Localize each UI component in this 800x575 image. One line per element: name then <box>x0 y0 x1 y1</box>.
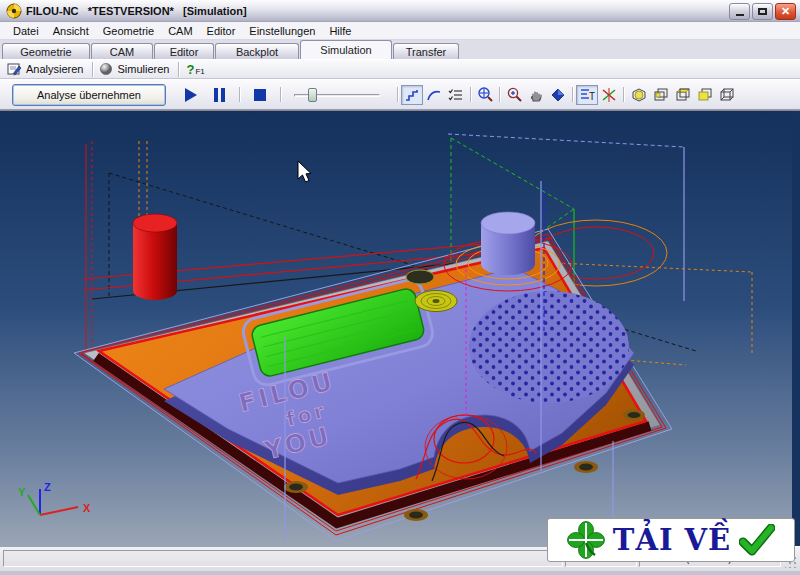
simulate-sphere-icon <box>99 62 113 76</box>
axis-x-label: X <box>83 502 91 514</box>
menubar: Datei Ansicht Geometrie CAM Editor Einst… <box>0 22 800 40</box>
pause-button[interactable] <box>208 85 230 105</box>
analyze-button[interactable]: Analysieren <box>4 61 89 77</box>
simulate-label: Simulieren <box>117 63 169 75</box>
separator <box>572 87 573 102</box>
separator <box>92 62 93 77</box>
separator <box>239 87 240 102</box>
tab-backplot[interactable]: Backplot <box>215 43 299 59</box>
zoom-in-icon <box>506 86 523 103</box>
axis-y-label: Y <box>18 486 26 498</box>
simulation-speed-slider[interactable] <box>294 86 380 104</box>
menu-geometrie[interactable]: Geometrie <box>96 23 161 39</box>
separator <box>623 87 624 102</box>
status-message-field <box>3 550 563 567</box>
svg-text:T: T <box>589 91 595 102</box>
help-button[interactable]: ? F1 <box>182 63 208 76</box>
iso-cube-icon <box>718 87 735 103</box>
wireframe-cube-icon <box>652 87 669 103</box>
menu-hilfe[interactable]: Hilfe <box>322 23 358 39</box>
front-face-cube-icon <box>696 87 713 103</box>
text-display-button[interactable]: T <box>576 85 598 105</box>
app-logo-icon <box>6 3 22 19</box>
shaded-view-icon <box>630 87 647 103</box>
tab-editor[interactable]: Editor <box>154 43 214 59</box>
watermark-label: TẢI VỀ <box>613 523 731 557</box>
slider-track <box>294 94 380 97</box>
zoom-fit-button[interactable] <box>474 85 496 105</box>
window-title: FILOU-NC *TESTVERSION* [Simulation] <box>26 5 729 17</box>
clover-icon <box>567 521 605 559</box>
options-list-button[interactable] <box>445 85 467 105</box>
play-button[interactable] <box>180 85 202 105</box>
tab-transfer[interactable]: Transfer <box>393 43 459 59</box>
view-toolbar: T <box>394 85 737 105</box>
simulate-button[interactable]: Simulieren <box>96 61 175 77</box>
tabstrip: Geometrie CAM Editor Backplot Simulation… <box>0 40 800 59</box>
analyze-icon <box>7 62 22 76</box>
step-line-icon <box>404 87 420 103</box>
menu-einstellungen[interactable]: Einstellungen <box>242 23 322 39</box>
view-front-button[interactable] <box>693 85 715 105</box>
view-iso-button[interactable] <box>715 85 737 105</box>
step-display-button[interactable] <box>401 85 423 105</box>
arc-icon <box>426 87 442 103</box>
red-tool-cylinder <box>133 214 177 300</box>
checkmark-icon <box>739 524 775 556</box>
pan-button[interactable] <box>525 85 547 105</box>
separator <box>397 87 398 102</box>
top-face-cube-icon <box>674 87 691 103</box>
viewport-canvas[interactable]: FILOU for YOU <box>0 111 792 547</box>
zoom-fit-icon <box>477 86 494 103</box>
app-window: FILOU-NC *TESTVERSION* [Simulation] ✕ Da… <box>0 0 800 575</box>
analyze-label: Analysieren <box>26 63 83 75</box>
zoom-in-button[interactable] <box>503 85 525 105</box>
tab-cam[interactable]: CAM <box>91 43 153 59</box>
close-button[interactable]: ✕ <box>775 3 796 20</box>
rotate-button[interactable] <box>547 85 569 105</box>
slider-thumb[interactable] <box>308 88 317 102</box>
menu-ansicht[interactable]: Ansicht <box>46 23 96 39</box>
text-lines-icon: T <box>579 87 595 103</box>
axis-z-label: Z <box>44 481 51 493</box>
checklist-icon <box>448 87 464 103</box>
menu-datei[interactable]: Datei <box>6 23 46 39</box>
stop-icon <box>254 89 266 101</box>
pan-hand-icon <box>528 87 544 103</box>
view-top-button[interactable] <box>671 85 693 105</box>
maximize-button[interactable] <box>752 3 773 20</box>
menu-cam[interactable]: CAM <box>161 23 199 39</box>
separator <box>280 87 281 102</box>
separator <box>470 87 471 102</box>
mode-toolbar: Analysieren Simulieren ? F1 <box>0 59 800 79</box>
menu-editor[interactable]: Editor <box>200 23 243 39</box>
titlebar: FILOU-NC *TESTVERSION* [Simulation] ✕ <box>0 0 800 22</box>
simulation-viewport[interactable]: FILOU for YOU <box>0 110 800 546</box>
help-icon: ? <box>186 63 194 76</box>
apply-analysis-button[interactable]: Analyse übernehmen <box>12 84 166 106</box>
drill-pattern-area <box>469 291 629 403</box>
arc-display-button[interactable] <box>423 85 445 105</box>
axis-cross-icon <box>601 87 617 103</box>
axes-cross-button[interactable] <box>598 85 620 105</box>
download-watermark: TẢI VỀ <box>547 518 795 562</box>
tab-simulation[interactable]: Simulation <box>300 40 392 59</box>
view-wire1-button[interactable] <box>649 85 671 105</box>
separator <box>178 62 179 77</box>
minimize-button[interactable] <box>729 3 750 20</box>
stop-button[interactable] <box>249 85 271 105</box>
tab-geometrie[interactable]: Geometrie <box>2 43 90 59</box>
play-icon <box>185 88 197 102</box>
simulation-toolbar: Analyse übernehmen <box>0 79 800 110</box>
help-key-label: F1 <box>195 67 204 76</box>
separator <box>499 87 500 102</box>
pause-icon <box>214 88 225 102</box>
view-shaded-button[interactable] <box>627 85 649 105</box>
orbit-icon <box>550 87 566 103</box>
